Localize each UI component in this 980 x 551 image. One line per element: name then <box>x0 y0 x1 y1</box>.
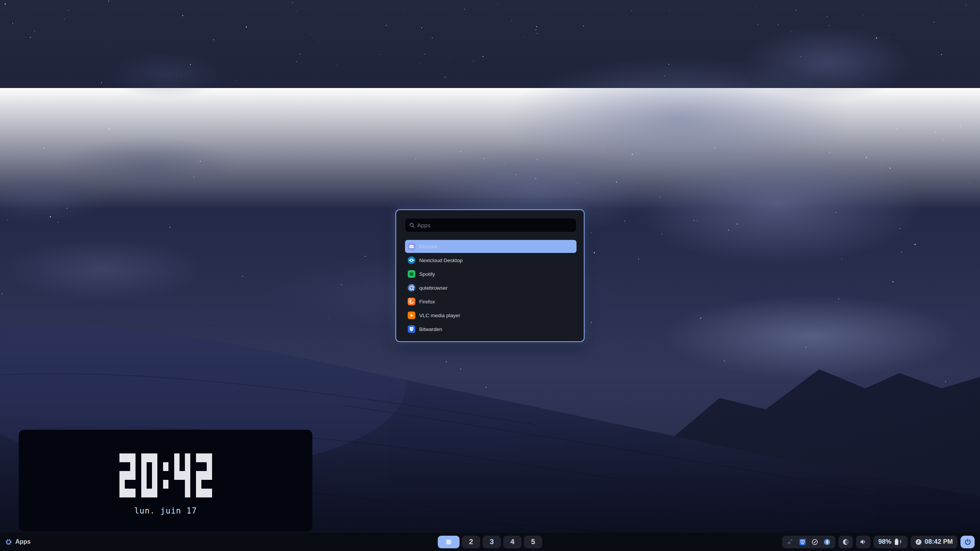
launcher-item-firefox[interactable]: Firefox <box>405 295 577 308</box>
power-button[interactable] <box>960 536 975 548</box>
workspace-2[interactable]: 2 <box>462 536 480 548</box>
launcher-item-label: VLC media player <box>419 313 460 318</box>
app-launcher: Discord Nextcloud Desktop Spotify qutebr… <box>395 209 585 342</box>
workspace-switcher: 2 3 4 5 <box>438 533 542 551</box>
launcher-item-spotify[interactable]: Spotify <box>405 267 577 280</box>
launcher-item-bitwarden[interactable]: Bitwarden <box>405 323 577 336</box>
launcher-item-discord[interactable]: Discord <box>405 240 577 253</box>
speaker-icon <box>860 539 867 545</box>
discord-icon <box>408 243 415 250</box>
workspace-3[interactable]: 3 <box>483 536 501 548</box>
clock-widget-date: lun. juin 17 <box>19 506 312 515</box>
bitwarden-icon <box>408 325 415 333</box>
launcher-item-label: Firefox <box>419 299 435 305</box>
bar-clock-time: 08:42 PM <box>924 538 953 546</box>
vlc-icon <box>408 311 415 319</box>
bluetooth-icon[interactable] <box>824 539 830 545</box>
launcher-item-label: Spotify <box>419 271 435 277</box>
launcher-app-list: Discord Nextcloud Desktop Spotify qutebr… <box>405 240 577 336</box>
firefox-icon <box>408 298 415 305</box>
taskbar: Apps 2 3 4 5 98% 08:42 PM <box>0 533 980 551</box>
apps-button[interactable]: Apps <box>5 533 31 551</box>
clock-widget-time <box>119 453 212 497</box>
volume-control[interactable] <box>856 536 871 548</box>
launcher-item-qutebrowser[interactable]: qutebrowser <box>405 281 577 294</box>
spotify-icon <box>408 270 415 278</box>
active-workspace-indicator <box>446 540 451 544</box>
launcher-item-nextcloud[interactable]: Nextcloud Desktop <box>405 254 577 267</box>
launcher-item-label: Nextcloud Desktop <box>419 258 462 263</box>
clock-icon <box>915 539 922 545</box>
launcher-item-vlc[interactable]: VLC media player <box>405 309 577 322</box>
workspace-4[interactable]: 4 <box>503 536 522 548</box>
night-light-toggle[interactable] <box>838 536 853 548</box>
launcher-search <box>405 218 576 232</box>
search-input[interactable] <box>416 222 572 229</box>
system-tray: 98% 08:42 PM <box>782 533 975 551</box>
nextcloud-icon <box>408 256 415 264</box>
clock-widget: lun. juin 17 <box>19 430 312 531</box>
battery-percent: 98% <box>878 538 891 546</box>
sync-arrows-icon[interactable] <box>787 539 794 545</box>
moon-icon <box>843 539 849 545</box>
gear-icon <box>5 538 12 546</box>
bar-clock[interactable]: 08:42 PM <box>911 536 957 548</box>
battery-status[interactable]: 98% <box>874 536 908 548</box>
launcher-item-label: qutebrowser <box>419 285 448 291</box>
check-circle-icon[interactable] <box>812 539 818 545</box>
battery-charging-icon <box>894 538 903 545</box>
workspace-1[interactable] <box>438 536 460 548</box>
launcher-item-label: Discord <box>419 244 437 249</box>
search-icon <box>409 222 415 228</box>
tray-icon-group <box>782 536 835 548</box>
bitwarden-tray-icon[interactable] <box>799 539 806 545</box>
launcher-item-label: Bitwarden <box>419 326 442 332</box>
power-icon <box>964 538 971 545</box>
workspace-5[interactable]: 5 <box>524 536 542 548</box>
apps-button-label: Apps <box>15 538 31 545</box>
qutebrowser-icon <box>408 284 415 292</box>
